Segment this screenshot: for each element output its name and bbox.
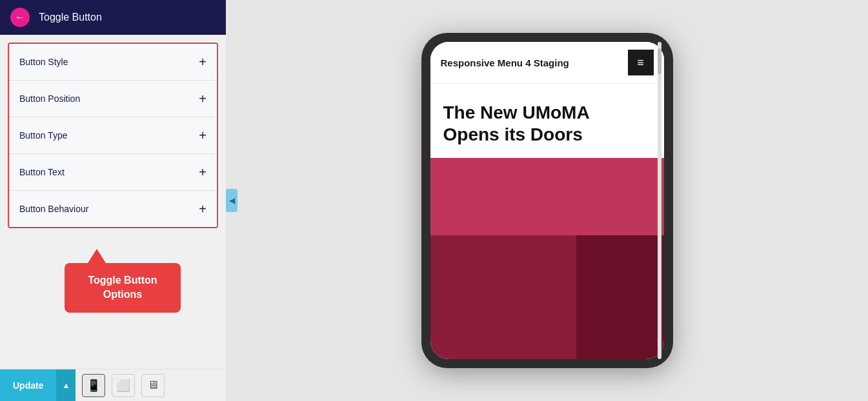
phone-nav-title: Responsive Menu 4 Staging bbox=[441, 57, 569, 68]
update-arrow-button[interactable]: ▲ bbox=[56, 369, 76, 402]
color-block-top bbox=[430, 158, 664, 235]
callout-container: Toggle ButtonOptions bbox=[19, 249, 226, 313]
sidebar-collapse-button[interactable]: ◀ bbox=[226, 189, 237, 212]
sidebar-bottom-toolbar: Update ▲ 📱 ⬜ 🖥 bbox=[0, 369, 226, 401]
chevron-left-icon: ◀ bbox=[229, 196, 235, 205]
device-desktop-button[interactable]: 🖥 bbox=[141, 374, 165, 397]
accordion-item-button-type[interactable]: Button Type + bbox=[9, 117, 217, 154]
phone-screen: Responsive Menu 4 Staging ≡ The New UMoM… bbox=[430, 42, 664, 359]
arrow-up-icon: ▲ bbox=[63, 381, 70, 390]
scroll-thumb bbox=[658, 48, 661, 74]
mobile-icon: 📱 bbox=[86, 378, 101, 393]
plus-icon-button-style: + bbox=[199, 55, 207, 68]
plus-icon-button-behaviour: + bbox=[199, 202, 207, 215]
color-block-dark-left bbox=[430, 235, 576, 359]
callout-arrow bbox=[88, 249, 106, 263]
hamburger-button[interactable]: ≡ bbox=[628, 50, 654, 75]
accordion-item-button-behaviour[interactable]: Button Behaviour + bbox=[9, 191, 217, 227]
hamburger-icon: ≡ bbox=[637, 56, 644, 70]
hero-title-text: The New UMoMAOpens its Doors bbox=[443, 103, 590, 144]
device-mobile-button[interactable]: 📱 bbox=[82, 374, 105, 397]
accordion-label-button-type: Button Type bbox=[19, 130, 67, 141]
scroll-indicator[interactable] bbox=[658, 42, 663, 359]
accordion-item-button-position[interactable]: Button Position + bbox=[9, 81, 217, 117]
color-block-dark-right bbox=[576, 235, 664, 359]
main-content: Responsive Menu 4 Staging ≡ The New UMoM… bbox=[226, 0, 868, 401]
color-block-bottom bbox=[430, 235, 664, 359]
accordion-container: Button Style + Button Position + Button … bbox=[8, 43, 218, 228]
back-arrow-icon: ← bbox=[15, 12, 25, 23]
plus-icon-button-text: + bbox=[199, 166, 207, 179]
desktop-icon: 🖥 bbox=[147, 378, 159, 392]
sidebar-title: Toggle Button bbox=[39, 12, 102, 23]
accordion-label-button-position: Button Position bbox=[19, 93, 80, 104]
phone-hero-text: The New UMoMAOpens its Doors bbox=[430, 84, 664, 158]
update-button[interactable]: Update bbox=[0, 369, 56, 402]
phone-image-area bbox=[430, 158, 664, 359]
phone-hero-title: The New UMoMAOpens its Doors bbox=[443, 102, 651, 145]
phone-nav: Responsive Menu 4 Staging ≡ bbox=[430, 42, 664, 84]
plus-icon-button-type: + bbox=[199, 129, 207, 142]
callout-text: Toggle ButtonOptions bbox=[88, 275, 157, 300]
accordion-item-button-text[interactable]: Button Text + bbox=[9, 154, 217, 191]
plus-icon-button-position: + bbox=[199, 92, 207, 105]
sidebar: ← Toggle Button Button Style + Button Po… bbox=[0, 0, 226, 401]
accordion-label-button-text: Button Text bbox=[19, 167, 65, 177]
accordion-label-button-style: Button Style bbox=[19, 57, 68, 67]
tablet-icon: ⬜ bbox=[116, 378, 130, 393]
accordion-label-button-behaviour: Button Behaviour bbox=[19, 204, 88, 214]
callout-box: Toggle ButtonOptions bbox=[65, 263, 181, 313]
device-tablet-button[interactable]: ⬜ bbox=[112, 374, 135, 397]
back-button[interactable]: ← bbox=[10, 8, 30, 27]
scroll-track bbox=[658, 42, 661, 359]
accordion-item-button-style[interactable]: Button Style + bbox=[9, 44, 217, 81]
sidebar-header: ← Toggle Button bbox=[0, 0, 226, 35]
phone-mockup: Responsive Menu 4 Staging ≡ The New UMoM… bbox=[421, 33, 673, 368]
